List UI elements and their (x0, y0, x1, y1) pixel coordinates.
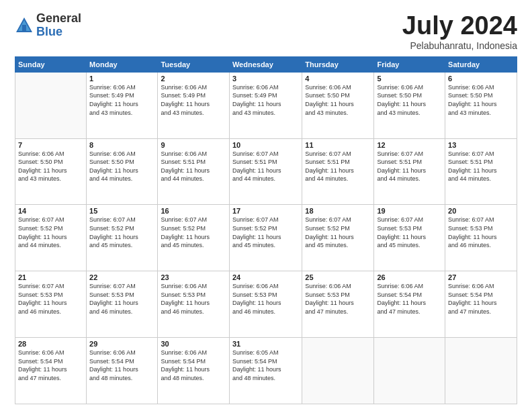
calendar-week-4: 21Sunrise: 6:07 AMSunset: 5:53 PMDayligh… (15, 271, 517, 338)
calendar-cell: 1Sunrise: 6:06 AMSunset: 5:49 PMDaylight… (87, 72, 158, 138)
day-number: 23 (161, 273, 226, 281)
calendar-cell: 18Sunrise: 6:07 AMSunset: 5:52 PMDayligh… (302, 205, 374, 271)
calendar-cell: 23Sunrise: 6:06 AMSunset: 5:53 PMDayligh… (158, 271, 230, 338)
day-info: Sunrise: 6:07 AMSunset: 5:51 PMDaylight:… (377, 150, 442, 183)
day-info: Sunrise: 6:06 AMSunset: 5:49 PMDaylight:… (232, 83, 299, 117)
day-info: Sunrise: 6:06 AMSunset: 5:54 PMDaylight:… (89, 349, 154, 382)
day-info: Sunrise: 6:06 AMSunset: 5:50 PMDaylight:… (18, 150, 83, 183)
day-number: 24 (232, 273, 299, 281)
day-info: Sunrise: 6:06 AMSunset: 5:53 PMDaylight:… (232, 282, 299, 316)
col-tuesday: Tuesday (158, 56, 230, 72)
day-info: Sunrise: 6:06 AMSunset: 5:50 PMDaylight:… (89, 150, 154, 183)
calendar-body: 1Sunrise: 6:06 AMSunset: 5:49 PMDaylight… (15, 72, 517, 404)
calendar-cell: 14Sunrise: 6:07 AMSunset: 5:52 PMDayligh… (15, 205, 87, 271)
day-info: Sunrise: 6:06 AMSunset: 5:53 PMDaylight:… (305, 282, 371, 316)
day-info: Sunrise: 6:07 AMSunset: 5:52 PMDaylight:… (89, 216, 154, 249)
day-info: Sunrise: 6:07 AMSunset: 5:53 PMDaylight:… (448, 216, 514, 249)
day-number: 9 (161, 141, 226, 149)
calendar-cell: 28Sunrise: 6:06 AMSunset: 5:54 PMDayligh… (15, 338, 87, 404)
day-info: Sunrise: 6:06 AMSunset: 5:54 PMDaylight:… (377, 282, 442, 316)
day-info: Sunrise: 6:06 AMSunset: 5:54 PMDaylight:… (18, 349, 83, 382)
day-number: 6 (448, 75, 514, 83)
calendar-table: Sunday Monday Tuesday Wednesday Thursday… (15, 56, 517, 404)
calendar-week-3: 14Sunrise: 6:07 AMSunset: 5:52 PMDayligh… (15, 205, 517, 271)
logo: General Blue (15, 12, 81, 39)
day-number: 18 (305, 207, 371, 215)
day-number: 14 (18, 207, 83, 215)
calendar-cell: 19Sunrise: 6:07 AMSunset: 5:53 PMDayligh… (374, 205, 445, 271)
day-info: Sunrise: 6:07 AMSunset: 5:53 PMDaylight:… (89, 282, 154, 316)
col-sunday: Sunday (15, 56, 87, 72)
calendar-cell (302, 338, 374, 404)
day-info: Sunrise: 6:06 AMSunset: 5:50 PMDaylight:… (305, 83, 371, 117)
calendar-cell: 4Sunrise: 6:06 AMSunset: 5:50 PMDaylight… (302, 72, 374, 138)
day-number: 15 (89, 207, 154, 215)
calendar-cell: 12Sunrise: 6:07 AMSunset: 5:51 PMDayligh… (374, 138, 445, 205)
day-number: 12 (377, 141, 442, 149)
calendar-cell: 27Sunrise: 6:06 AMSunset: 5:54 PMDayligh… (445, 271, 517, 338)
calendar-cell: 22Sunrise: 6:07 AMSunset: 5:53 PMDayligh… (87, 271, 158, 338)
day-number: 5 (377, 75, 442, 83)
day-number: 3 (232, 75, 299, 83)
day-info: Sunrise: 6:07 AMSunset: 5:53 PMDaylight:… (18, 282, 83, 316)
col-monday: Monday (87, 56, 158, 72)
day-number: 4 (305, 75, 371, 83)
day-number: 2 (161, 75, 226, 83)
logo-text: General Blue (36, 12, 81, 39)
day-number: 30 (161, 340, 226, 348)
day-info: Sunrise: 6:06 AMSunset: 5:51 PMDaylight:… (161, 150, 226, 183)
day-info: Sunrise: 6:06 AMSunset: 5:50 PMDaylight:… (377, 83, 442, 117)
calendar-cell: 3Sunrise: 6:06 AMSunset: 5:49 PMDaylight… (229, 72, 302, 138)
calendar-cell (445, 338, 517, 404)
calendar-cell: 5Sunrise: 6:06 AMSunset: 5:50 PMDaylight… (374, 72, 445, 138)
calendar-cell: 7Sunrise: 6:06 AMSunset: 5:50 PMDaylight… (15, 138, 87, 205)
day-info: Sunrise: 6:07 AMSunset: 5:52 PMDaylight:… (232, 216, 299, 249)
calendar-cell: 29Sunrise: 6:06 AMSunset: 5:54 PMDayligh… (87, 338, 158, 404)
svg-rect-2 (22, 25, 26, 31)
day-number: 19 (377, 207, 442, 215)
day-number: 7 (18, 141, 83, 149)
calendar-cell: 11Sunrise: 6:07 AMSunset: 5:51 PMDayligh… (302, 138, 374, 205)
calendar-cell: 24Sunrise: 6:06 AMSunset: 5:53 PMDayligh… (229, 271, 302, 338)
calendar-week-1: 1Sunrise: 6:06 AMSunset: 5:49 PMDaylight… (15, 72, 517, 138)
calendar-cell: 8Sunrise: 6:06 AMSunset: 5:50 PMDaylight… (87, 138, 158, 205)
page: General Blue July 2024 Pelabuhanratu, In… (0, 0, 532, 411)
day-info: Sunrise: 6:07 AMSunset: 5:52 PMDaylight:… (305, 216, 371, 249)
day-info: Sunrise: 6:07 AMSunset: 5:52 PMDaylight:… (18, 216, 83, 249)
calendar-cell: 2Sunrise: 6:06 AMSunset: 5:49 PMDaylight… (158, 72, 230, 138)
day-info: Sunrise: 6:05 AMSunset: 5:54 PMDaylight:… (232, 349, 299, 382)
day-number: 11 (305, 141, 371, 149)
header: General Blue July 2024 Pelabuhanratu, In… (15, 12, 517, 51)
header-row: Sunday Monday Tuesday Wednesday Thursday… (15, 56, 517, 72)
day-number: 17 (232, 207, 299, 215)
day-number: 26 (377, 273, 442, 281)
day-info: Sunrise: 6:07 AMSunset: 5:51 PMDaylight:… (305, 150, 371, 183)
day-number: 16 (161, 207, 226, 215)
calendar-cell: 9Sunrise: 6:06 AMSunset: 5:51 PMDaylight… (158, 138, 230, 205)
col-friday: Friday (374, 56, 445, 72)
calendar-cell: 20Sunrise: 6:07 AMSunset: 5:53 PMDayligh… (445, 205, 517, 271)
logo-blue: Blue (36, 26, 81, 39)
day-number: 10 (232, 141, 299, 149)
calendar-cell: 21Sunrise: 6:07 AMSunset: 5:53 PMDayligh… (15, 271, 87, 338)
calendar-cell (374, 338, 445, 404)
day-info: Sunrise: 6:06 AMSunset: 5:49 PMDaylight:… (161, 83, 226, 117)
day-info: Sunrise: 6:07 AMSunset: 5:53 PMDaylight:… (377, 216, 442, 249)
title-block: July 2024 Pelabuhanratu, Indonesia (402, 12, 517, 51)
day-info: Sunrise: 6:06 AMSunset: 5:49 PMDaylight:… (89, 83, 154, 117)
day-number: 28 (18, 340, 83, 348)
calendar-cell: 25Sunrise: 6:06 AMSunset: 5:53 PMDayligh… (302, 271, 374, 338)
calendar-cell: 17Sunrise: 6:07 AMSunset: 5:52 PMDayligh… (229, 205, 302, 271)
day-info: Sunrise: 6:06 AMSunset: 5:54 PMDaylight:… (448, 282, 514, 316)
day-info: Sunrise: 6:06 AMSunset: 5:54 PMDaylight:… (161, 349, 226, 382)
day-number: 25 (305, 273, 371, 281)
day-info: Sunrise: 6:06 AMSunset: 5:50 PMDaylight:… (448, 83, 514, 117)
month-title: July 2024 (402, 12, 517, 40)
calendar-cell: 6Sunrise: 6:06 AMSunset: 5:50 PMDaylight… (445, 72, 517, 138)
location-subtitle: Pelabuhanratu, Indonesia (402, 40, 517, 51)
calendar-cell: 15Sunrise: 6:07 AMSunset: 5:52 PMDayligh… (87, 205, 158, 271)
day-number: 20 (448, 207, 514, 215)
logo-general: General (36, 12, 81, 26)
logo-icon (15, 16, 34, 35)
day-number: 31 (232, 340, 299, 348)
